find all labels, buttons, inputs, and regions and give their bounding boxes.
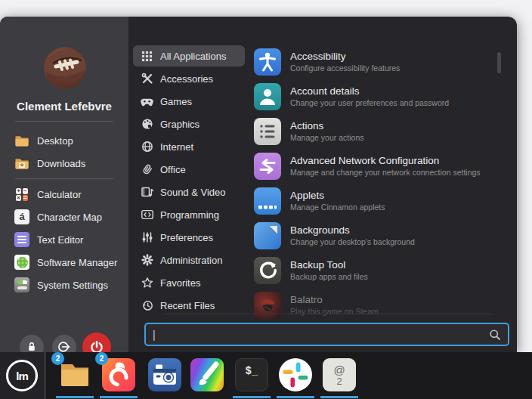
app-row-backup-tool[interactable]: Backup ToolBackup apps and files	[254, 254, 490, 287]
account-details-app-icon	[254, 83, 281, 110]
app-subtitle: Change your user preferences and passwor…	[290, 98, 449, 108]
app-row-applets[interactable]: AppletsManage Cinnamon applets	[254, 184, 490, 218]
app-title: Balatro	[290, 294, 379, 306]
taskbar-item-screenshot[interactable]	[148, 358, 181, 391]
sidebar-item-text-editor[interactable]: Text Editor	[14, 229, 124, 250]
app-subtitle: Backup apps and files	[290, 272, 368, 282]
app-row-advanced-network-configuration[interactable]: Advanced Network ConfigurationManage and…	[254, 150, 490, 183]
sidebar-item-desktop[interactable]: Desktop	[14, 130, 124, 151]
category-accessories[interactable]: Accessories	[133, 68, 245, 89]
accessibility-app-icon	[254, 48, 281, 76]
backup-tool-app-icon	[254, 257, 281, 284]
palette-icon	[141, 118, 153, 131]
category-label: Games	[160, 96, 192, 107]
app-subtitle: Manage and change your network connectio…	[290, 168, 481, 178]
desktop-background	[517, 17, 532, 352]
app-row-backgrounds[interactable]: BackgroundsChange your desktop's backgro…	[254, 219, 490, 252]
category-recent-files[interactable]: Recent Files	[133, 295, 245, 316]
category-label: Programming	[160, 209, 219, 221]
divider	[15, 121, 113, 122]
category-all-applications[interactable]: All Applications	[133, 45, 245, 66]
taskbar-item-paint[interactable]	[190, 358, 224, 391]
category-programming[interactable]: Programming	[133, 204, 245, 225]
category-label: Preferences	[160, 232, 213, 243]
sidebar-item-label: Desktop	[37, 135, 73, 147]
category-administration[interactable]: Administration	[133, 249, 245, 271]
category-label: Accessories	[160, 73, 213, 85]
sidebar-item-label: Character Map	[37, 212, 102, 223]
category-preferences[interactable]: Preferences	[133, 227, 245, 248]
category-favorites[interactable]: Favorites	[133, 272, 245, 293]
user-name: Clement Lefebvre	[0, 100, 128, 113]
tools-icon	[141, 73, 153, 85]
app-row-accessibility[interactable]: AccessibilityConfigure accessibility fea…	[254, 45, 490, 79]
history-icon	[141, 299, 153, 312]
taskbar-item-chat[interactable]: @ 2	[323, 358, 356, 391]
software-manager-icon	[14, 254, 30, 271]
sidebar-item-label: Calculator	[37, 189, 82, 200]
linux-mint-logo-icon: lm	[6, 360, 38, 391]
backgrounds-app-icon	[254, 222, 281, 249]
folder-download-icon	[14, 155, 30, 172]
calculator-icon: +−×=	[14, 186, 30, 203]
grid-icon	[141, 50, 153, 63]
category-label: All Applications	[160, 51, 226, 62]
sidebar-item-downloads[interactable]: Downloads	[14, 153, 124, 174]
star-icon	[141, 277, 153, 289]
slack-icon	[279, 358, 312, 391]
app-subtitle: Configure accessibility features	[290, 63, 400, 73]
applets-app-icon	[254, 187, 281, 215]
actions-app-icon	[254, 118, 281, 145]
desktop-background	[0, 0, 532, 17]
sidebar-item-software-manager[interactable]: Software Manager	[14, 252, 124, 273]
balatro-app-icon	[254, 292, 281, 319]
category-games[interactable]: Games	[133, 91, 245, 112]
app-row-actions[interactable]: ActionsManage your actions	[254, 115, 490, 148]
category-label: Recent Files	[160, 300, 215, 311]
paintbrush-icon	[190, 358, 224, 391]
text-cursor: |	[153, 329, 156, 341]
menu-button[interactable]: lm	[0, 352, 44, 399]
taskbar-item-terminal[interactable]: $_	[235, 358, 268, 391]
category-label: Administration	[160, 255, 222, 266]
category-graphics[interactable]: Graphics	[133, 113, 245, 135]
menu-sidebar: Clement Lefebvre Desktop Downloads +−×= …	[0, 17, 128, 352]
category-internet[interactable]: Internet	[133, 136, 245, 157]
sidebar-item-label: System Settings	[37, 280, 108, 291]
notification-badge: 2	[95, 352, 108, 365]
app-row-account-details[interactable]: Account detailsChange your user preferen…	[254, 80, 490, 113]
cinnamon-menu: Clement Lefebvre Desktop Downloads +−×= …	[0, 17, 517, 352]
category-office[interactable]: Office	[133, 159, 245, 180]
sidebar-item-system-settings[interactable]: System Settings	[14, 274, 124, 295]
paperclip-icon	[141, 163, 153, 176]
network-configuration-app-icon	[254, 153, 281, 180]
search-input[interactable]: |	[144, 323, 509, 346]
divider	[44, 352, 46, 399]
taskbar-item-slack[interactable]	[279, 358, 312, 391]
app-row-balatro[interactable]: BalatroPlay this game on Steam	[254, 289, 490, 322]
gamepad-icon	[141, 95, 153, 108]
app-subtitle: Change your desktop's background	[290, 237, 415, 247]
sidebar-item-calculator[interactable]: +−×= Calculator	[14, 184, 124, 205]
files-icon	[58, 358, 91, 391]
category-sound-video[interactable]: Sound & Video	[133, 181, 245, 203]
system-settings-icon	[14, 277, 30, 293]
divider	[15, 178, 113, 179]
app-subtitle: Play this game on Steam	[290, 307, 379, 317]
character-map-icon: á	[14, 209, 30, 225]
chat-mentions-icon: @ 2	[323, 358, 356, 391]
app-title: Backgrounds	[290, 224, 415, 237]
app-title: Account details	[290, 85, 449, 97]
firefox-icon	[102, 358, 135, 391]
taskbar-item-firefox[interactable]: 2	[102, 358, 135, 391]
divider	[163, 314, 491, 314]
globe-icon	[141, 141, 153, 153]
gear-icon	[141, 254, 153, 267]
scrollbar-thumb[interactable]	[497, 52, 501, 73]
sidebar-item-label: Software Manager	[37, 257, 117, 268]
camera-icon	[148, 358, 181, 391]
sidebar-item-character-map[interactable]: á Character Map	[14, 206, 124, 227]
folder-icon	[14, 132, 30, 149]
taskbar-item-files[interactable]: 2	[58, 358, 91, 391]
user-avatar[interactable]	[44, 47, 86, 89]
